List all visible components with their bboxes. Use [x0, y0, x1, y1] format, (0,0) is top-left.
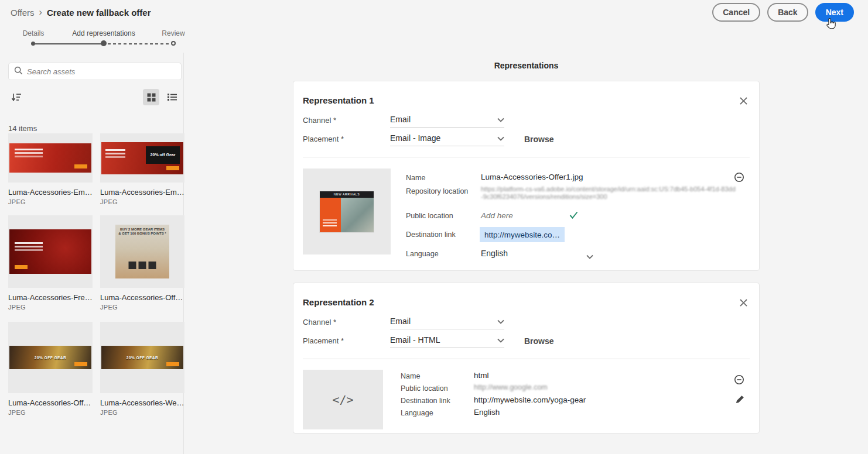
grid-view-button[interactable] [143, 89, 159, 105]
thumbnail-art: 20% OFF GEAR [9, 346, 91, 369]
chevron-down-icon [497, 115, 504, 124]
cancel-button[interactable]: Cancel [712, 3, 760, 22]
divider [303, 359, 750, 359]
asset-tile[interactable]: 20% OFF GEAR Luma-Accessories-We… JPEG [100, 322, 184, 416]
asset-type: JPEG [100, 304, 184, 311]
repository-location-label: Repository location [406, 187, 468, 195]
name-label: Name [401, 372, 420, 380]
channel-label: Channel * [303, 116, 336, 125]
asset-tile[interactable]: BUY 2 MORE GEAR ITEMS & GET 100 BONUS PO… [100, 215, 184, 311]
art-offer-text: 20% OFF GEAR [101, 356, 183, 360]
asset-name: Luma-Accessories-We… [100, 398, 184, 407]
name-label: Name [406, 174, 425, 182]
public-location-value: http://www.google.com [474, 383, 548, 391]
public-location-label: Public location [406, 212, 453, 220]
representation-2-title: Representation 2 [303, 297, 374, 307]
step-review[interactable]: Review [162, 29, 184, 37]
asset-thumbnail: 20% off Gear [100, 133, 184, 183]
placement-label: Placement * [303, 336, 344, 345]
thumbnail-art [9, 229, 91, 274]
browse-link[interactable]: Browse [524, 135, 554, 144]
back-button[interactable]: Back [767, 3, 808, 22]
list-view-icon [168, 93, 177, 101]
chevron-down-icon[interactable] [586, 251, 593, 262]
art-offer-text: BUY 2 MORE GEAR ITEMS & GET 100 BONUS PO… [118, 228, 166, 236]
representation-2-card: Representation 2 Channel * Email Placeme… [293, 283, 760, 434]
close-icon[interactable] [737, 296, 750, 309]
divider [303, 157, 750, 157]
asset-thumbnail [8, 215, 93, 288]
name-value: Luma-Accessories-Offer1.jpg [481, 173, 583, 181]
next-button[interactable]: Next [815, 3, 854, 22]
public-location-input[interactable]: Add here [481, 211, 513, 220]
asset-type: JPEG [8, 198, 93, 205]
language-picker[interactable]: English [481, 249, 508, 258]
destination-link-label: Destination link [406, 231, 456, 239]
step-review-dot [171, 41, 176, 46]
close-icon[interactable] [737, 94, 750, 107]
channel-value: Email [390, 115, 411, 124]
step-add-representations[interactable]: Add representations [72, 29, 135, 37]
header-actions: Cancel Back Next [712, 3, 854, 22]
asset-thumbnail: 20% OFF GEAR [100, 322, 184, 393]
wizard-steps: Details Add representations Review [0, 28, 211, 51]
art-banner-caption: NEW ARRIVALS [320, 191, 374, 198]
asset-tile[interactable]: 20% OFF GEAR Luma-Accessories-Off… JPEG [8, 322, 93, 416]
confirm-check-icon[interactable] [568, 209, 579, 221]
asset-name: Luma-Accessories-Em… [100, 188, 184, 197]
step-connector-solid [35, 43, 101, 44]
language-label: Language [406, 250, 439, 258]
asset-type: JPEG [100, 409, 184, 416]
art-text-lines [15, 242, 43, 244]
art-orange-panel [320, 198, 341, 232]
channel-picker[interactable]: Email [390, 112, 504, 128]
step-current-dot [101, 40, 107, 46]
asset-count: 14 items [8, 124, 37, 133]
art-photo [341, 198, 374, 232]
placement-picker[interactable]: Email - HTML [390, 332, 504, 348]
art-text-lines [323, 225, 337, 226]
remove-asset-icon[interactable] [733, 374, 745, 386]
placement-label: Placement * [303, 135, 344, 143]
thumbnail-art: 20% off Gear [101, 142, 183, 174]
breadcrumb-offers-link[interactable]: Offers [11, 8, 35, 18]
assets-panel: 14 items Luma-Accessories-Em… JPEG 20% o… [0, 53, 184, 454]
language-label: Language [401, 409, 433, 417]
destination-link-value: http://mywebsite.com/yoga-gear [474, 395, 586, 404]
breadcrumb-separator: › [39, 7, 42, 18]
placement-value: Email - Image [390, 133, 440, 143]
thumbnail-art [9, 143, 91, 173]
chevron-down-icon [497, 335, 504, 345]
placement-picker[interactable]: Email - Image [390, 130, 504, 146]
placement-value: Email - HTML [390, 335, 440, 345]
destination-link-input[interactable]: http://mywebsite.co… [480, 227, 565, 242]
search-input[interactable] [27, 67, 176, 76]
channel-picker[interactable]: Email [390, 314, 504, 329]
asset-tile[interactable]: 20% off Gear Luma-Accessories-Em… JPEG [100, 133, 184, 205]
art-cta-chip [166, 166, 179, 170]
sort-button[interactable] [8, 89, 25, 105]
language-value: English [474, 408, 500, 417]
thumbnail-art: BUY 2 MORE GEAR ITEMS & GET 100 BONUS PO… [115, 225, 169, 278]
asset-type: JPEG [8, 304, 93, 311]
asset-tile[interactable]: Luma-Accessories-Em… JPEG [8, 133, 93, 205]
asset-search [8, 63, 182, 80]
public-location-label: Public location [401, 384, 448, 393]
asset-type: JPEG [100, 198, 184, 205]
edit-pencil-icon[interactable] [734, 393, 746, 405]
asset-name: Luma-Accessories-Off… [8, 398, 93, 407]
asset-name: Luma-Accessories-Em… [8, 188, 93, 197]
art-cta-chip [74, 164, 87, 168]
remove-asset-icon[interactable] [733, 171, 745, 183]
asset-tile[interactable]: Luma-Accessories-Fre… JPEG [8, 215, 93, 311]
browse-link[interactable]: Browse [524, 336, 554, 346]
asset-preview-art: NEW ARRIVALS [320, 191, 374, 232]
breadcrumb: Offers › Create new fallback offer [11, 7, 151, 18]
representation-asset-preview: NEW ARRIVALS [303, 168, 391, 254]
art-text-lines [15, 149, 43, 150]
page-title: Create new fallback offer [47, 8, 151, 18]
step-connector-dashed [108, 43, 170, 44]
list-view-button[interactable] [164, 89, 180, 105]
step-details[interactable]: Details [23, 29, 45, 37]
repository-location-value: https://platform-cs-va6.adobe.io/content… [481, 185, 736, 201]
